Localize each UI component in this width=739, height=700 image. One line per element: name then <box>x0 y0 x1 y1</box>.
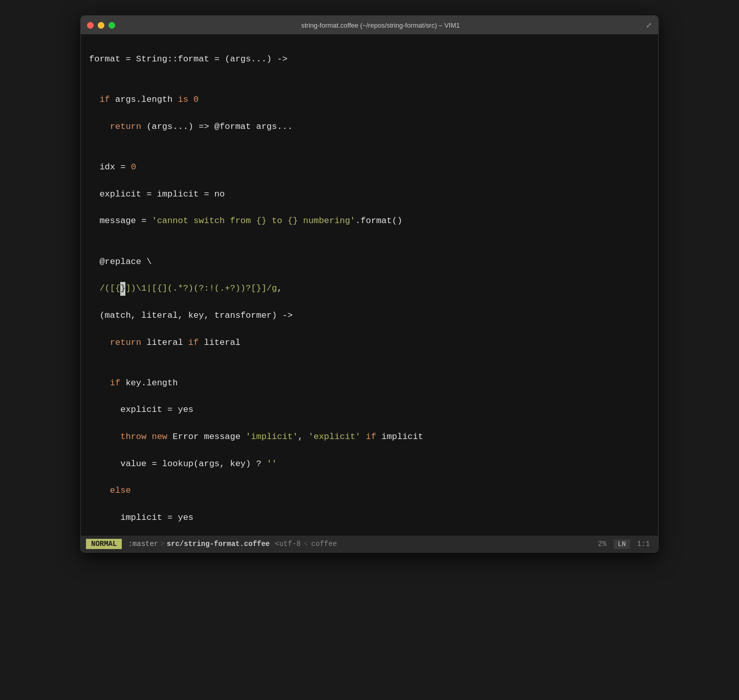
ln-label: LN <box>618 540 626 548</box>
file-path: src/string-format.coffee <box>165 540 272 548</box>
sep2: < <box>304 540 308 548</box>
minimize-button[interactable] <box>98 22 104 29</box>
encoding: <utf-8 <box>272 540 303 548</box>
titlebar: string-format.coffee (~/repos/string-for… <box>81 16 658 34</box>
vim-window: string-format.coffee (~/repos/string-for… <box>80 15 659 553</box>
statusbar: NORMAL :master > src/string-format.coffe… <box>81 536 658 552</box>
status-right: 2% LN 1:1 <box>595 539 653 549</box>
line-number-indicator: LN <box>614 539 630 549</box>
window-title: string-format.coffee (~/repos/string-for… <box>119 21 642 29</box>
sep1: > <box>160 540 164 548</box>
cursor-position: 1:1 <box>634 540 653 548</box>
editor-area[interactable]: format = String::format = (args...) -> i… <box>81 34 658 536</box>
vim-mode: NORMAL <box>86 539 122 549</box>
close-button[interactable] <box>87 22 94 29</box>
scroll-percent: 2% <box>595 540 610 548</box>
expand-icon[interactable]: ⤢ <box>646 21 652 30</box>
filetype: coffee <box>308 540 340 548</box>
maximize-button[interactable] <box>108 22 115 29</box>
git-branch: :master <box>126 540 160 548</box>
code-content: format = String::format = (args...) -> i… <box>81 36 658 536</box>
